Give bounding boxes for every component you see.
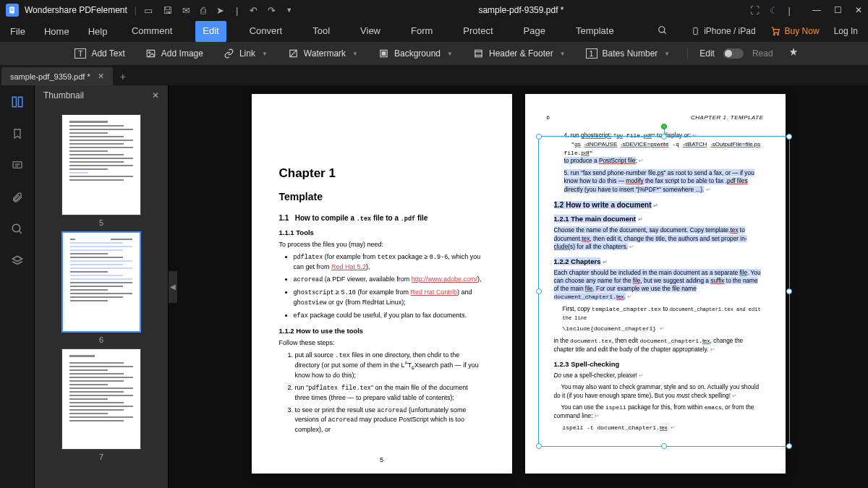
settings-icon[interactable]	[788, 47, 799, 61]
add-tab-button[interactable]: +	[120, 71, 126, 85]
close-tab-icon[interactable]: ✕	[98, 72, 104, 81]
open-icon[interactable]: ▭	[144, 5, 153, 16]
menu-comment[interactable]: Comment	[124, 21, 179, 42]
maximize-button[interactable]: ☐	[834, 5, 842, 15]
menu-help[interactable]: Help	[88, 26, 108, 37]
svg-point-7	[777, 34, 778, 35]
device-link[interactable]: iPhone / iPad	[692, 26, 755, 36]
menu-template[interactable]: Template	[569, 21, 621, 42]
svg-rect-13	[382, 52, 386, 56]
collapse-panel-button[interactable]: ◀	[169, 271, 177, 303]
thumbnails-icon[interactable]	[9, 94, 25, 110]
search-icon[interactable]	[650, 21, 675, 42]
minimize-button[interactable]: —	[812, 5, 821, 15]
title-bar: Wondershare PDFelement | ▭ 🖫 ✉ ⎙ ➤ | ↶ ↷…	[0, 0, 868, 20]
adobe-link: http://www.adobe.com/	[412, 275, 477, 283]
save-icon[interactable]: 🖫	[163, 5, 172, 16]
svg-line-4	[663, 31, 665, 33]
redo-icon[interactable]: ↷	[268, 5, 276, 16]
menu-home[interactable]: Home	[44, 26, 69, 37]
svg-marker-17	[789, 48, 797, 56]
menu-tool[interactable]: Tool	[305, 21, 337, 42]
thumbnail-title: Thumbnail	[43, 90, 84, 100]
thumbnail-panel: Thumbnail ✕ 5 6 7	[35, 85, 169, 488]
resize-handle-ne[interactable]	[786, 134, 792, 140]
mail-icon[interactable]: ✉	[182, 5, 190, 16]
document-tab[interactable]: sample-pdf_9359.pdf * ✕	[1, 67, 113, 85]
step-1: put all source .tex files in one directo…	[295, 351, 485, 380]
document-viewport[interactable]: ◀ Chapter 1 Template 1.1 How to compile …	[169, 85, 868, 488]
svg-rect-5	[694, 27, 698, 34]
menu-protect[interactable]: Protect	[456, 21, 500, 42]
chevron-down-icon: ▼	[262, 51, 268, 57]
background-button[interactable]: Background ▼	[373, 46, 459, 62]
menu-edit[interactable]: Edit	[195, 21, 226, 42]
chevron-down-icon: ▼	[352, 51, 358, 57]
page6-chapter-label: CHAPTER 1. TEMPLATE	[691, 114, 763, 121]
add-image-button[interactable]: Add Image	[140, 46, 209, 62]
read-mode-label: Read	[752, 48, 773, 59]
page-6[interactable]: 6 CHAPTER 1. TEMPLATE 4. run ghostscript…	[525, 94, 786, 474]
page-5[interactable]: Chapter 1 Template 1.1 How to compile a …	[252, 94, 512, 474]
bullet-pdflatex: pdflatex (for example from tetex package…	[294, 252, 485, 271]
app-name: Wondershare PDFelement	[25, 5, 127, 15]
link-button[interactable]: Link ▼	[218, 46, 273, 62]
resize-handle-se[interactable]	[786, 443, 792, 449]
thumbnail-page-7[interactable]: 7	[61, 348, 141, 461]
bates-icon: 1	[586, 48, 597, 59]
resize-handle-n[interactable]	[661, 134, 667, 140]
resize-handle-s[interactable]	[661, 443, 667, 449]
resize-handle-nw[interactable]	[536, 134, 542, 140]
tools-intro: To process the files you (may) need:	[279, 240, 485, 249]
watermark-label: Watermark	[304, 48, 346, 59]
comments-icon[interactable]	[9, 158, 25, 174]
header-footer-label: Header & Footer	[489, 48, 553, 59]
header-footer-button[interactable]: Header & Footer ▼	[467, 46, 571, 62]
dropdown-icon[interactable]: ▼	[286, 7, 292, 14]
background-icon	[378, 48, 389, 59]
menu-file[interactable]: File	[10, 26, 25, 37]
sec-112: 1.1.2 How to use the tools	[279, 327, 485, 335]
bates-label: Bates Number	[603, 48, 658, 59]
buy-now-link[interactable]: Buy Now	[770, 26, 820, 36]
svg-point-9	[148, 52, 150, 53]
search-rail-icon[interactable]	[9, 221, 25, 237]
link-label: Link	[239, 48, 255, 59]
bookmark-icon[interactable]	[9, 126, 25, 142]
close-panel-icon[interactable]: ✕	[152, 90, 159, 100]
expand-icon[interactable]: ⛶	[750, 5, 760, 16]
bates-number-button[interactable]: 1 Bates Number ▼	[580, 46, 676, 61]
menu-convert[interactable]: Convert	[242, 21, 290, 42]
add-text-label: Add Text	[91, 48, 124, 59]
print-icon[interactable]: ⎙	[200, 5, 206, 16]
attachment-icon[interactable]	[9, 189, 25, 205]
add-text-button[interactable]: T Add Text	[69, 46, 130, 61]
resize-handle-w[interactable]	[536, 288, 542, 294]
chevron-down-icon: ▼	[560, 51, 566, 57]
thumbnail-page-6[interactable]: 6	[61, 231, 141, 344]
share-icon[interactable]: ➤	[216, 5, 224, 16]
close-button[interactable]: ✕	[855, 5, 862, 15]
redhat-link: Red Hat 5.2	[331, 263, 366, 270]
thumbnail-page-5[interactable]: 5	[61, 114, 141, 227]
tab-label: sample-pdf_9359.pdf *	[10, 72, 90, 81]
menu-form[interactable]: Form	[404, 21, 440, 42]
resize-handle-sw[interactable]	[536, 443, 542, 449]
undo-icon[interactable]: ↶	[250, 5, 258, 16]
rotate-handle[interactable]	[661, 124, 667, 129]
layers-icon[interactable]	[9, 253, 25, 269]
svg-rect-8	[147, 50, 155, 56]
text-selection-box[interactable]	[538, 136, 790, 447]
menu-view[interactable]: View	[353, 21, 388, 42]
tab-strip: sample-pdf_9359.pdf * ✕ +	[0, 65, 868, 85]
resize-handle-e[interactable]	[786, 288, 792, 294]
login-link[interactable]: Log In	[834, 26, 858, 36]
svg-line-11	[290, 50, 297, 56]
theme-icon[interactable]: ☾	[770, 5, 778, 16]
watermark-button[interactable]: Watermark ▼	[282, 46, 364, 62]
svg-rect-20	[13, 162, 22, 168]
device-label: iPhone / iPad	[704, 26, 755, 36]
menu-page[interactable]: Page	[516, 21, 553, 42]
svg-rect-2	[11, 10, 14, 11]
edit-read-toggle[interactable]	[723, 48, 744, 59]
